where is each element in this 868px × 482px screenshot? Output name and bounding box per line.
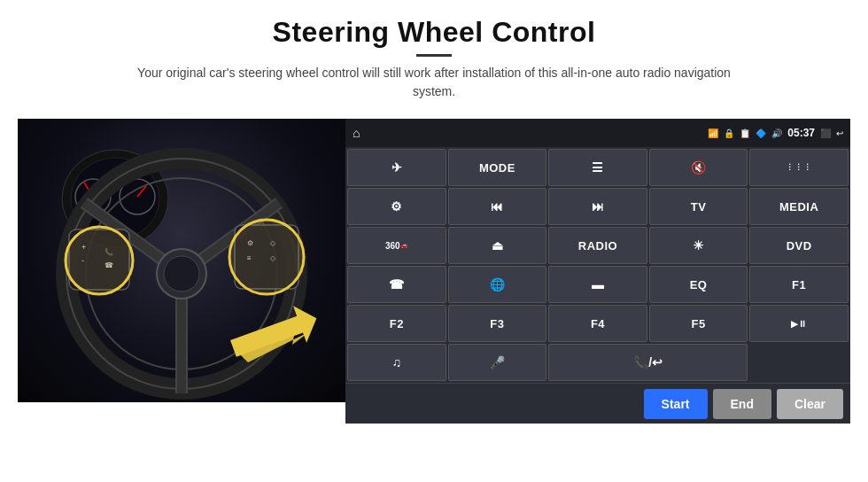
svg-point-28 bbox=[66, 227, 133, 294]
btn-eq[interactable]: EQ bbox=[649, 266, 748, 303]
btn-screen2[interactable]: ▬ bbox=[548, 266, 647, 303]
home-status-icon: ⌂ bbox=[353, 126, 360, 140]
btn-next[interactable]: ⏭ bbox=[548, 188, 647, 225]
volume-icon: 🔊 bbox=[771, 128, 782, 138]
btn-call-end[interactable]: 📞/↩ bbox=[548, 344, 748, 381]
screen-icon: ⬛ bbox=[820, 128, 831, 138]
end-button[interactable]: End bbox=[713, 389, 771, 419]
btn-media[interactable]: MEDIA bbox=[749, 188, 849, 225]
btn-empty bbox=[749, 344, 849, 381]
time-display: 05:37 bbox=[787, 127, 815, 139]
subtitle: Your original car's steering wheel contr… bbox=[133, 64, 735, 101]
btn-f2[interactable]: F2 bbox=[347, 305, 446, 342]
btn-mute[interactable]: 🔇 bbox=[649, 149, 748, 186]
bluetooth-icon: 🔷 bbox=[756, 128, 766, 138]
btn-f5[interactable]: F5 bbox=[649, 305, 748, 342]
btn-f1[interactable]: F1 bbox=[749, 266, 849, 303]
status-left: ⌂ bbox=[353, 126, 360, 140]
btn-mode[interactable]: MODE bbox=[448, 149, 547, 186]
btn-eject[interactable]: ⏏ bbox=[448, 227, 547, 264]
btn-prev[interactable]: ⏮ bbox=[448, 188, 547, 225]
lock-icon: 🔒 bbox=[724, 128, 734, 138]
back-icon: ↩ bbox=[836, 128, 843, 138]
btn-music[interactable]: ♫ bbox=[347, 344, 446, 381]
svg-point-29 bbox=[229, 220, 304, 294]
content-row: + - 📞 ☎ ⚙ ≡ ◇ ◇ bbox=[18, 119, 850, 424]
clear-button[interactable]: Clear bbox=[777, 389, 843, 419]
btn-radio[interactable]: RADIO bbox=[548, 227, 647, 264]
btn-apps[interactable]: ⋮⋮⋮ bbox=[749, 149, 849, 186]
btn-f4[interactable]: F4 bbox=[548, 305, 647, 342]
wifi-icon: 📶 bbox=[708, 128, 718, 138]
btn-playpause[interactable]: ▶⏸ bbox=[749, 305, 849, 342]
page-title: Steering Wheel Control bbox=[133, 16, 735, 49]
btn-brightness[interactable]: ☀ bbox=[649, 227, 748, 264]
title-divider bbox=[416, 54, 452, 57]
sim-icon: 📋 bbox=[740, 128, 750, 138]
btn-f3[interactable]: F3 bbox=[448, 305, 547, 342]
status-right: 📶 🔒 📋 🔷 🔊 05:37 ⬛ ↩ bbox=[708, 127, 843, 139]
svg-point-17 bbox=[164, 256, 199, 292]
control-panel: ⌂ 📶 🔒 📋 🔷 🔊 05:37 ⬛ ↩ ✈ MODE ☰ bbox=[345, 119, 850, 424]
car-image: + - 📞 ☎ ⚙ ≡ ◇ ◇ bbox=[18, 119, 345, 402]
status-bar: ⌂ 📶 🔒 📋 🔷 🔊 05:37 ⬛ ↩ bbox=[345, 119, 850, 147]
title-section: Steering Wheel Control Your original car… bbox=[133, 16, 735, 113]
btn-navigate[interactable]: ✈ bbox=[347, 149, 446, 186]
btn-phone[interactable]: ☎ bbox=[347, 266, 446, 303]
btn-mic[interactable]: 🎤 bbox=[448, 344, 547, 381]
btn-settings[interactable]: ⚙ bbox=[347, 188, 446, 225]
bottom-bar: Start End Clear bbox=[345, 383, 850, 424]
steering-wheel-bg: + - 📞 ☎ ⚙ ≡ ◇ ◇ bbox=[18, 119, 345, 402]
btn-list[interactable]: ☰ bbox=[548, 149, 647, 186]
btn-grid: ✈ MODE ☰ 🔇 ⋮⋮⋮ ⚙ ⏮ ⏭ TV MEDIA 360🚗 ⏏ RAD… bbox=[345, 147, 850, 383]
start-button[interactable]: Start bbox=[644, 389, 708, 419]
btn-dvd[interactable]: DVD bbox=[749, 227, 849, 264]
btn-tv[interactable]: TV bbox=[649, 188, 748, 225]
btn-360[interactable]: 360🚗 bbox=[347, 227, 446, 264]
page-wrapper: Steering Wheel Control Your original car… bbox=[0, 0, 868, 482]
btn-browser[interactable]: 🌐 bbox=[448, 266, 547, 303]
